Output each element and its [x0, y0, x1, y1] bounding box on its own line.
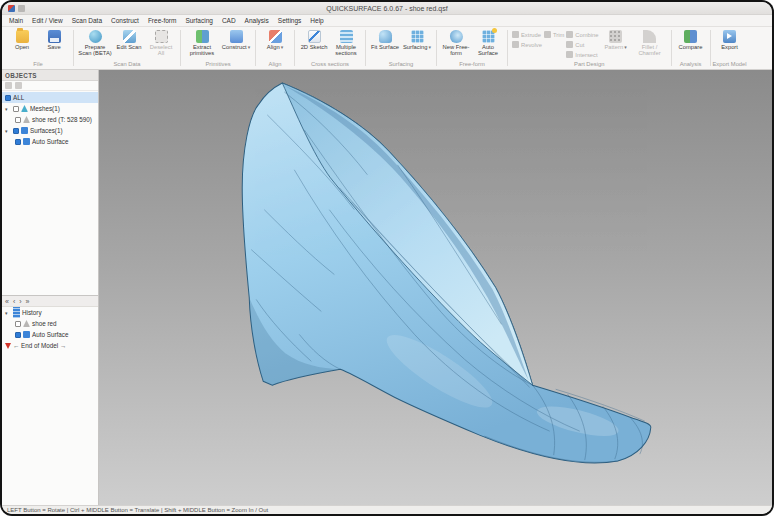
history-step-first-button[interactable]: «	[5, 298, 9, 305]
shoe-red-visibility-checkbox[interactable]	[15, 117, 21, 123]
history-root-label: History	[22, 309, 42, 316]
tree-item-meshes[interactable]: Meshes(1)	[2, 103, 98, 114]
construct-button[interactable]: Construct	[221, 29, 251, 51]
history-panel: « ‹ › » History shoe red	[2, 295, 98, 505]
menu-scan-data[interactable]: Scan Data	[72, 17, 102, 24]
tree-item-all[interactable]: ALL	[2, 92, 98, 103]
history-toolbar: « ‹ › »	[2, 296, 98, 307]
surfaces-visibility-checkbox[interactable]	[13, 128, 19, 134]
align-label: Align	[267, 44, 283, 51]
menu-construct[interactable]: Construct	[111, 17, 139, 24]
new-free-form-label: New Free-form	[441, 44, 471, 57]
viewport-3d[interactable]	[99, 70, 772, 505]
title-bar[interactable]: QUICKSURFACE 6.0.67 - shoe red.qsf	[2, 2, 772, 15]
align-button[interactable]: Align	[260, 29, 290, 51]
prepare-scan-button[interactable]: Prepare Scan (BETA)	[78, 29, 112, 57]
combine-button[interactable]: Combine	[566, 30, 598, 39]
compare-button[interactable]: Compare	[676, 29, 706, 50]
menu-edit-view[interactable]: Edit / View	[32, 17, 63, 24]
extrude-button[interactable]: Extrude	[512, 30, 542, 39]
group-label-file: File	[4, 61, 72, 67]
menu-cad[interactable]: CAD	[222, 17, 236, 24]
history-root-item[interactable]: History	[2, 307, 98, 318]
open-button[interactable]: Open	[7, 29, 37, 50]
deselect-all-icon	[155, 30, 168, 43]
trim-icon	[544, 31, 551, 38]
history-mesh-icon	[23, 320, 30, 327]
export-button[interactable]: Export	[715, 29, 745, 50]
objects-panel-header: OBJECTS	[2, 70, 98, 81]
ribbon-group-file: Open Save File	[4, 28, 72, 68]
history-step-last-button[interactable]: »	[26, 298, 30, 305]
menu-analysis[interactable]: Analysis	[245, 17, 269, 24]
history-end-marker[interactable]: ← End of Model →	[2, 340, 98, 351]
compare-icon	[684, 30, 697, 43]
intersect-button[interactable]: Intersect	[566, 50, 598, 59]
group-label-part-design: Part Design	[509, 61, 670, 67]
window-title: QUICKSURFACE 6.0.67 - shoe red.qsf	[2, 5, 772, 12]
expand-arrow-icon[interactable]	[5, 128, 11, 134]
menu-main[interactable]: Main	[9, 17, 23, 24]
mesh-group-icon	[21, 105, 28, 112]
objects-toolbar-button-2[interactable]	[15, 82, 22, 89]
trim-button[interactable]: Trim	[544, 30, 564, 39]
sketch-2d-button[interactable]: 2D Sketch	[299, 29, 329, 50]
trim-label: Trim	[553, 32, 564, 38]
app-window: QUICKSURFACE 6.0.67 - shoe red.qsf Main …	[0, 0, 774, 516]
objects-toolbar-button-1[interactable]	[5, 82, 12, 89]
auto-surface-button[interactable]: Auto Surface	[473, 29, 503, 57]
expand-arrow-icon[interactable]	[5, 310, 11, 316]
history-auto-surface-checkbox[interactable]	[15, 332, 21, 338]
surfacing-button[interactable]: Surfacing	[402, 29, 432, 51]
surfacing-icon	[411, 30, 424, 43]
cut-icon	[566, 41, 573, 48]
extrude-label: Extrude	[521, 32, 541, 38]
deselect-all-button[interactable]: Deselect All	[146, 29, 176, 57]
fit-surface-icon	[379, 30, 392, 43]
tree-item-surfaces[interactable]: Surfaces(1)	[2, 125, 98, 136]
meshes-visibility-checkbox[interactable]	[13, 106, 19, 112]
tree-item-shoe-red-label: shoe red (T: 528 590)	[32, 116, 92, 123]
pattern-button[interactable]: Pattern	[601, 29, 631, 51]
group-separator	[710, 30, 711, 66]
cut-button[interactable]: Cut	[566, 40, 598, 49]
auto-surface-visibility-checkbox[interactable]	[15, 139, 21, 145]
history-step-forward-button[interactable]: ›	[19, 298, 21, 305]
history-item-shoe-red-label: shoe red	[32, 320, 57, 327]
tree-item-auto-surface[interactable]: Auto Surface	[2, 136, 98, 147]
save-button[interactable]: Save	[39, 29, 69, 50]
titlebar-icons	[2, 5, 25, 12]
combine-icon	[566, 31, 573, 38]
revolve-button[interactable]: Revolve	[512, 40, 542, 49]
history-item-shoe-red[interactable]: shoe red	[2, 318, 98, 329]
history-shoe-red-checkbox[interactable]	[15, 321, 21, 327]
ribbon-group-export-model: Export Export Model	[712, 28, 748, 68]
window-menu-icon[interactable]	[18, 5, 25, 12]
menu-settings[interactable]: Settings	[278, 17, 302, 24]
menu-free-form[interactable]: Free-form	[148, 17, 177, 24]
expand-arrow-icon[interactable]	[5, 106, 11, 112]
fit-surface-button[interactable]: Fit Surface	[370, 29, 400, 50]
menu-help[interactable]: Help	[310, 17, 323, 24]
new-free-form-button[interactable]: New Free-form	[441, 29, 471, 57]
cut-label: Cut	[575, 42, 584, 48]
tree-item-all-label: ALL	[13, 94, 24, 101]
ribbon-group-free-form: New Free-form Auto Surface Free-form	[438, 28, 506, 68]
multiple-sections-label: Multiple sections	[331, 44, 361, 57]
ribbon-group-part-design: Extrude Revolve Trim Co	[509, 28, 670, 68]
all-visibility-checkbox[interactable]	[5, 95, 11, 101]
export-label: Export	[721, 44, 738, 50]
multiple-sections-button[interactable]: Multiple sections	[331, 29, 361, 57]
menu-surfacing[interactable]: Surfacing	[185, 17, 212, 24]
history-item-auto-surface[interactable]: Auto Surface	[2, 329, 98, 340]
prepare-scan-icon	[89, 30, 102, 43]
extract-primitives-button[interactable]: Extract primitives	[185, 29, 219, 57]
edit-scan-button[interactable]: Edit Scan	[114, 29, 144, 50]
sketch-2d-label: 2D Sketch	[301, 44, 328, 50]
history-step-back-button[interactable]: ‹	[13, 298, 15, 305]
tree-item-shoe-red[interactable]: shoe red (T: 528 590)	[2, 114, 98, 125]
status-bar: LEFT Button = Rotate | Ctrl + MIDDLE But…	[2, 505, 772, 514]
fillet-chamfer-button[interactable]: Fillet / Chamfer	[633, 29, 667, 57]
group-separator	[507, 30, 508, 66]
surface-item-icon	[23, 138, 30, 145]
